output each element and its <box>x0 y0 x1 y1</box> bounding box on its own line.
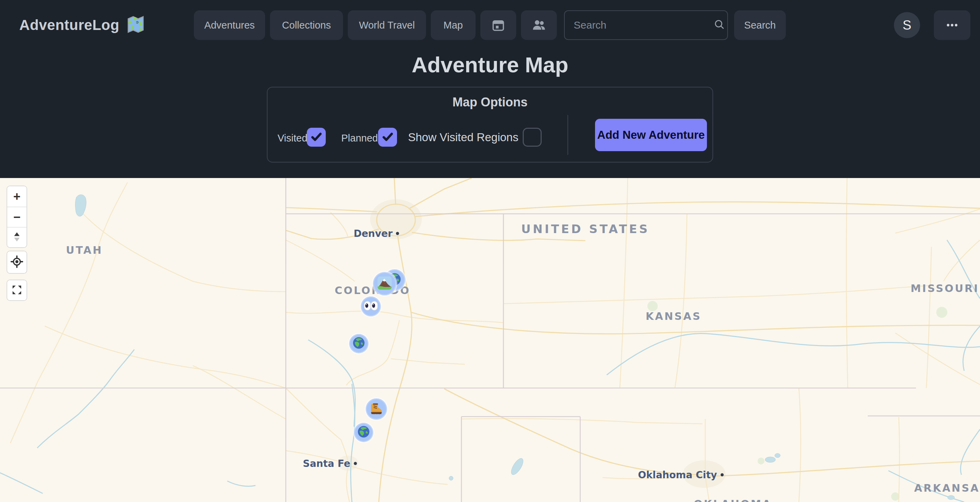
nav-collections[interactable]: Collections <box>270 10 343 40</box>
adventure-marker-eyes[interactable] <box>361 297 381 316</box>
search-icon <box>713 19 725 32</box>
nav-world-travel[interactable]: World Travel <box>348 10 426 40</box>
map-options-title: Map Options <box>267 95 713 110</box>
city-label-denver: Denver <box>354 228 399 239</box>
search-button[interactable]: Search <box>734 10 786 40</box>
visited-checkbox[interactable] <box>307 128 326 147</box>
fullscreen-control <box>6 280 27 301</box>
fullscreen-button[interactable] <box>7 280 27 300</box>
state-label-kansas: KANSAS <box>646 310 702 322</box>
geolocate-control <box>6 251 27 274</box>
add-new-adventure-button[interactable]: Add New Adventure <box>595 119 707 151</box>
city-label-text: Santa Fe <box>303 458 350 469</box>
adventure-marker-globe-mid[interactable] <box>349 334 368 353</box>
city-dot <box>721 473 724 477</box>
visited-label: Visited <box>278 132 307 145</box>
zoom-out-button[interactable]: − <box>7 207 27 227</box>
ellipsis-icon <box>945 18 959 32</box>
city-label-santa-fe: Santa Fe <box>303 458 357 469</box>
calendar-button[interactable] <box>480 10 516 40</box>
state-label-arkansas: ARKANSAS <box>914 482 980 494</box>
plus-icon: + <box>13 191 20 203</box>
page-title: Adventure Map <box>0 52 980 77</box>
country-label-united-states: UNITED STATES <box>521 222 650 236</box>
zoom-control-group: + − <box>6 186 27 248</box>
geolocate-button[interactable] <box>7 251 27 273</box>
check-icon <box>381 130 395 145</box>
boot-icon <box>369 401 383 417</box>
eyes-icon <box>364 300 378 312</box>
check-icon <box>310 130 323 145</box>
options-divider <box>568 115 568 155</box>
pitch-icon <box>12 231 22 244</box>
adventure-marker-boot[interactable] <box>366 398 387 420</box>
app-header: AdventureLog Adventures Collections Worl… <box>0 0 980 178</box>
map-canvas <box>0 178 980 502</box>
state-label-missouri: MISSOURI <box>910 282 979 294</box>
adventure-marker-globe-south[interactable] <box>354 423 373 442</box>
city-label-text: Denver <box>354 228 393 239</box>
globe-icon <box>352 336 366 351</box>
overflow-menu-button[interactable] <box>934 10 970 40</box>
search-input[interactable] <box>565 19 713 31</box>
avatar[interactable]: S <box>894 12 920 38</box>
city-label-text: Oklahoma City <box>638 469 717 481</box>
minus-icon: − <box>13 211 20 224</box>
mountain-icon <box>377 275 393 292</box>
map-options-panel: Map Options Visited Planned Show Visited… <box>267 87 713 162</box>
users-icon <box>531 17 546 33</box>
nav-adventures[interactable]: Adventures <box>194 10 265 40</box>
adventure-map[interactable]: UTAH COLORADO UNITED STATES KANSAS MISSO… <box>0 178 980 502</box>
zoom-in-button[interactable]: + <box>7 186 27 207</box>
state-label-oklahoma: OKLAHOMA <box>694 498 772 502</box>
nav-map[interactable]: Map <box>431 10 476 40</box>
app-title: AdventureLog <box>19 17 119 33</box>
shared-users-button[interactable] <box>521 10 557 40</box>
pitch-toggle-button[interactable] <box>7 227 27 247</box>
show-visited-regions-checkbox[interactable] <box>523 128 542 147</box>
fullscreen-icon <box>11 284 23 297</box>
planned-label: Planned <box>341 132 378 145</box>
state-label-utah: UTAH <box>66 244 103 256</box>
adventure-marker-mountain[interactable] <box>373 272 396 295</box>
app-logo[interactable]: AdventureLog <box>19 10 146 40</box>
locate-icon <box>10 255 24 269</box>
avatar-initial: S <box>902 18 911 33</box>
calendar-icon <box>491 18 506 32</box>
city-label-oklahoma-city: Oklahoma City <box>638 469 724 481</box>
globe-icon <box>357 425 371 440</box>
world-map-icon <box>126 14 146 36</box>
city-dot <box>396 232 399 235</box>
planned-checkbox[interactable] <box>378 128 397 147</box>
show-visited-regions-label: Show Visited Regions <box>408 131 518 144</box>
city-dot <box>354 462 357 465</box>
search-field <box>564 10 728 40</box>
